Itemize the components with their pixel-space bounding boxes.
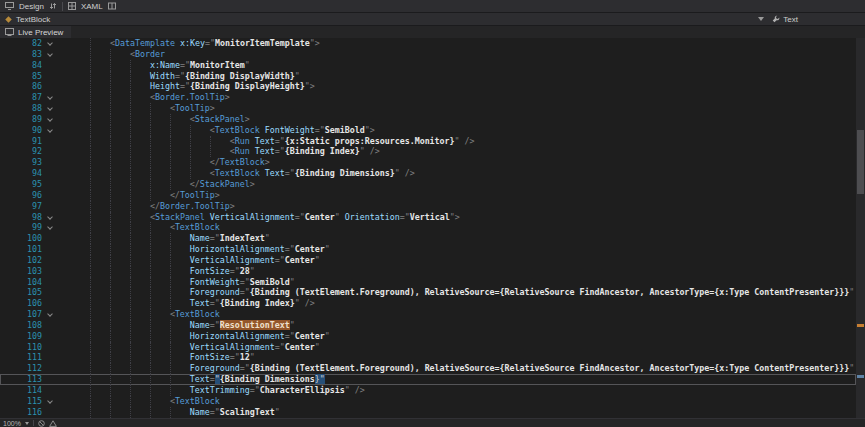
code-line[interactable]: 92<Run Text="{Binding Index}" /> (0, 146, 856, 157)
code-line[interactable]: 89<StackPanel> (0, 114, 856, 125)
code-line[interactable]: 100Name="IndexText" (0, 233, 856, 244)
fold-chevron-icon[interactable] (42, 125, 58, 136)
code-line[interactable]: 90<TextBlock FontWeight="SemiBold"> (0, 125, 856, 136)
chevron-down-icon[interactable] (758, 17, 764, 21)
scrollbar-thumb[interactable] (857, 130, 864, 194)
code-line[interactable]: 99<TextBlock (0, 222, 856, 233)
tab-live-preview[interactable]: Live Preview (0, 26, 71, 38)
code-line[interactable]: 94<TextBlock Text="{Binding Dimensions}"… (0, 168, 856, 179)
line-number: 103 (0, 266, 42, 277)
member-dropdown[interactable]: Text (772, 15, 798, 24)
fold-chevron-icon[interactable] (42, 396, 58, 407)
code-line[interactable]: 114TextTrimming="CharacterEllipsis" /> (0, 385, 856, 396)
toolbar-divider (62, 2, 63, 11)
fold-chevron-icon[interactable] (42, 38, 58, 49)
status-warning-icon[interactable] (49, 420, 57, 427)
code-text: Name="IndexText" (58, 233, 856, 244)
xaml-code-editor[interactable]: 82<DataTemplate x:Key="MonitorItemTempla… (0, 38, 865, 418)
line-number: 95 (0, 179, 42, 190)
fold-gutter (42, 190, 58, 201)
code-line[interactable]: 83<Border (0, 49, 856, 60)
tab-xaml[interactable]: XAML (81, 2, 103, 11)
tab-design[interactable]: Design (19, 2, 44, 11)
code-line[interactable]: 87<Border.ToolTip> (0, 92, 856, 103)
code-line[interactable]: 111FontSize="12" (0, 352, 856, 363)
code-line[interactable]: 98<StackPanel VerticalAlignment="Center"… (0, 212, 856, 223)
line-number: 100 (0, 233, 42, 244)
line-number: 104 (0, 277, 42, 288)
fold-chevron-icon[interactable] (42, 114, 58, 125)
code-text: FontWeight="SemiBold" (58, 277, 856, 288)
code-text: TextTrimming="CharacterEllipsis" /> (58, 385, 856, 396)
code-line[interactable]: 109HorizontalAlignment="Center" (0, 331, 856, 342)
code-line[interactable]: 102VerticalAlignment="Center" (0, 255, 856, 266)
fold-gutter (42, 179, 58, 190)
line-number: 84 (0, 60, 42, 71)
code-text: </ToolTip> (58, 190, 856, 201)
code-text: Height="{Binding DisplayHeight}"> (58, 81, 856, 92)
fold-gutter (42, 363, 58, 374)
fold-chevron-icon[interactable] (42, 212, 58, 223)
code-line[interactable]: 105Foreground="{Binding (TextElement.For… (0, 287, 856, 298)
code-line[interactable]: 116Name="ScalingText" (0, 407, 856, 418)
element-dropdown[interactable]: TextBlock (16, 15, 50, 24)
line-number: 86 (0, 81, 42, 92)
code-line[interactable]: 97</Border.ToolTip> (0, 201, 856, 212)
code-line[interactable]: 106Text="{Binding Index}" /> (0, 298, 856, 309)
code-line[interactable]: 82<DataTemplate x:Key="MonitorItemTempla… (0, 38, 856, 49)
code-line[interactable]: 108Name="ResolutionText" (0, 320, 856, 331)
line-number: 109 (0, 331, 42, 342)
code-line[interactable]: 110VerticalAlignment="Center" (0, 342, 856, 353)
code-text: Foreground="{Binding (TextElement.Foregr… (58, 363, 856, 374)
split-view-icon[interactable] (108, 2, 116, 10)
fold-chevron-icon[interactable] (42, 222, 58, 233)
code-line[interactable]: 84x:Name="MonitorItem" (0, 60, 856, 71)
code-line[interactable]: 113Text="{Binding Dimensions}" (0, 374, 856, 385)
navigation-bar: TextBlock Text (0, 13, 865, 26)
fold-gutter (42, 287, 58, 298)
zoom-level[interactable]: 100% (3, 420, 21, 427)
line-number: 115 (0, 396, 42, 407)
line-number: 99 (0, 222, 42, 233)
fold-chevron-icon[interactable] (42, 103, 58, 114)
fold-gutter (42, 374, 58, 385)
code-text: FontSize="12" (58, 352, 856, 363)
code-line[interactable]: 96</ToolTip> (0, 190, 856, 201)
zoom-chevron-icon[interactable] (25, 422, 29, 425)
line-number: 111 (0, 352, 42, 363)
fold-chevron-icon[interactable] (42, 49, 58, 60)
code-text: VerticalAlignment="Center" (58, 342, 856, 353)
code-line[interactable]: 86Height="{Binding DisplayHeight}"> (0, 81, 856, 92)
element-icon (5, 16, 12, 23)
fold-gutter (42, 266, 58, 277)
scrollbar[interactable] (856, 38, 865, 418)
fold-gutter (42, 342, 58, 353)
swap-views-icon[interactable] (49, 2, 57, 10)
fold-chevron-icon[interactable] (42, 92, 58, 103)
code-line[interactable]: 91<Run Text="{x:Static props:Resources.M… (0, 136, 856, 147)
designer-toolbar: Design XAML (0, 0, 865, 13)
line-number: 94 (0, 168, 42, 179)
code-line[interactable]: 93</TextBlock> (0, 157, 856, 168)
fold-gutter (42, 352, 58, 363)
fold-gutter (42, 298, 58, 309)
code-line[interactable]: 115<TextBlock (0, 396, 856, 407)
code-line[interactable]: 107<TextBlock (0, 309, 856, 320)
status-circle-icon[interactable] (38, 420, 45, 427)
preview-tab-strip: Live Preview (0, 26, 865, 38)
line-number: 112 (0, 363, 42, 374)
code-line[interactable]: 85Width="{Binding DisplayWidth}" (0, 71, 856, 82)
code-line[interactable]: 112Foreground="{Binding (TextElement.For… (0, 363, 856, 374)
fold-gutter (42, 331, 58, 342)
fold-gutter (42, 146, 58, 157)
fold-gutter (42, 277, 58, 288)
code-line[interactable]: 101HorizontalAlignment="Center" (0, 244, 856, 255)
code-line[interactable]: 95</StackPanel> (0, 179, 856, 190)
code-text: <Border.ToolTip> (58, 92, 856, 103)
code-line[interactable]: 103FontSize="28" (0, 266, 856, 277)
code-text: <StackPanel> (58, 114, 856, 125)
fold-gutter (42, 255, 58, 266)
code-line[interactable]: 88<ToolTip> (0, 103, 856, 114)
code-line[interactable]: 104FontWeight="SemiBold" (0, 277, 856, 288)
fold-chevron-icon[interactable] (42, 309, 58, 320)
